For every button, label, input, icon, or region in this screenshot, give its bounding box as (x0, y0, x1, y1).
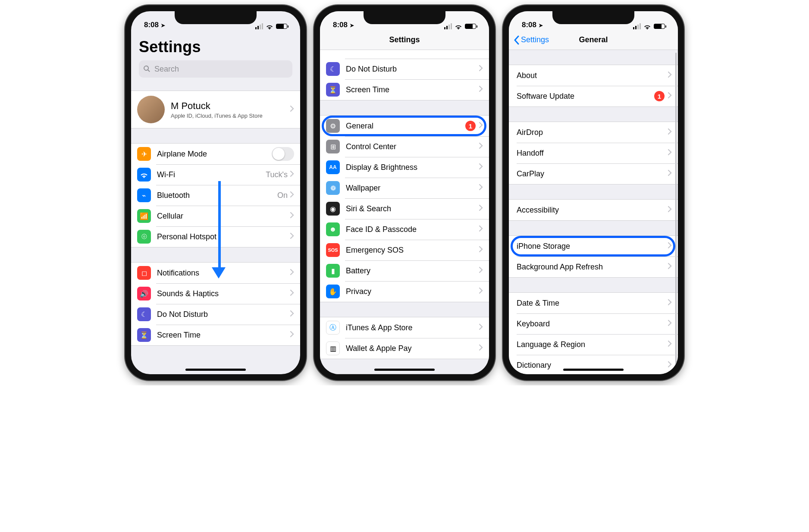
chevron-icon (290, 233, 294, 241)
sos-icon: SOS (326, 243, 340, 257)
chevron-icon (479, 267, 483, 275)
wifi-icon (643, 23, 651, 29)
chevron-icon (668, 341, 672, 349)
search-input[interactable]: Search (139, 60, 292, 78)
chevron-icon (668, 149, 672, 157)
hourglass-icon: ⏳ (137, 328, 151, 342)
row-itunes[interactable]: Ⓐ iTunes & App Store (320, 317, 489, 338)
chevron-icon (668, 320, 672, 328)
search-icon (143, 65, 151, 73)
row-privacy[interactable]: ✋ Privacy (320, 281, 489, 302)
row-airplane[interactable]: ✈︎ Airplane Mode (131, 144, 300, 164)
wifi-value: Tuck's (266, 170, 288, 179)
general-list[interactable]: About Software Update 1 AirDrop Handoff … (509, 50, 678, 374)
badge: 1 (654, 91, 665, 101)
battery-icon (276, 24, 287, 29)
profile-name: M Potuck (171, 100, 290, 112)
row-battery[interactable]: ▮ Battery (320, 260, 489, 281)
row-carplay[interactable]: CarPlay (509, 163, 678, 184)
row-hotspot[interactable]: ⦾ Personal Hotspot (131, 226, 300, 247)
hotspot-icon: ⦾ (137, 230, 151, 244)
chevron-icon (479, 225, 483, 234)
chevron-icon (668, 92, 672, 100)
profile-sub: Apple ID, iCloud, iTunes & App Store (171, 113, 290, 119)
chevron-icon (479, 163, 483, 172)
nav-bar: Settings (320, 30, 489, 50)
chevron-icon (668, 72, 672, 80)
row-about[interactable]: About (509, 65, 678, 86)
nav-bar: Settings General (509, 30, 678, 50)
search-placeholder: Search (154, 65, 179, 74)
row-faceid[interactable]: ☻ Face ID & Passcode (320, 219, 489, 240)
row-keyboard[interactable]: Keyboard (509, 313, 678, 334)
row-background-refresh[interactable]: Background App Refresh (509, 257, 678, 277)
row-wallpaper[interactable]: ❁ Wallpaper (320, 178, 489, 198)
home-indicator[interactable] (374, 369, 435, 371)
row-dictionary[interactable]: Dictionary (509, 355, 678, 374)
row-general[interactable]: ⚙︎ General 1 (320, 116, 489, 136)
chevron-icon (479, 246, 483, 254)
battery-setting-icon: ▮ (326, 264, 340, 278)
bluetooth-icon: ⌁ (137, 188, 151, 202)
settings-list[interactable]: M Potuck Apple ID, iCloud, iTunes & App … (131, 83, 300, 374)
privacy-icon: ✋ (326, 285, 340, 298)
row-iphone-storage[interactable]: iPhone Storage (509, 236, 678, 257)
chevron-icon (479, 288, 483, 296)
row-airdrop[interactable]: AirDrop (509, 122, 678, 143)
gear-icon: ⚙︎ (326, 119, 340, 133)
badge: 1 (465, 121, 476, 131)
row-control-center[interactable]: ⊞ Control Center (320, 136, 489, 157)
phone-frame-3: 8:08 ➤ Settings General About (503, 5, 684, 380)
row-wallet[interactable]: ▥ Wallet & Apple Pay (320, 338, 489, 359)
row-dnd[interactable]: ☾ Do Not Disturb (320, 59, 489, 79)
row-notifications[interactable]: ◻︎ Notifications (131, 263, 300, 283)
faceid-icon: ☻ (326, 222, 340, 236)
chevron-icon (479, 344, 483, 353)
row-language[interactable]: Language & Region (509, 334, 678, 355)
chevron-icon (290, 212, 294, 220)
row-wifi[interactable]: Wi-Fi Tuck's (131, 164, 300, 185)
row-handoff[interactable]: Handoff (509, 143, 678, 163)
row-sos[interactable]: SOS Emergency SOS (320, 240, 489, 260)
status-time: 8:08 (333, 21, 348, 29)
location-icon: ➤ (350, 22, 354, 28)
row-software-update[interactable]: Software Update 1 (509, 86, 678, 106)
chevron-icon (668, 299, 672, 307)
row-date-time[interactable]: Date & Time (509, 293, 678, 313)
appstore-icon: Ⓐ (326, 321, 340, 335)
settings-list[interactable]: ☾ Do Not Disturb ⏳ Screen Time ⚙︎ Genera… (320, 50, 489, 374)
back-button[interactable]: Settings (513, 30, 549, 50)
home-indicator[interactable] (563, 369, 624, 371)
signal-icon (444, 23, 452, 29)
chevron-icon (668, 170, 672, 178)
wifi-icon (455, 23, 462, 29)
location-icon: ➤ (539, 22, 543, 28)
row-screentime[interactable]: ⏳ Screen Time (131, 325, 300, 345)
row-dnd[interactable]: ☾ Do Not Disturb (131, 304, 300, 325)
row-screentime[interactable]: ⏳ Screen Time (320, 79, 489, 100)
chevron-icon (668, 242, 672, 250)
row-sounds[interactable]: 🔊 Sounds & Haptics (131, 283, 300, 304)
airplane-toggle[interactable] (272, 147, 294, 161)
chevron-icon (668, 206, 672, 214)
home-indicator[interactable] (185, 369, 246, 371)
profile-row[interactable]: M Potuck Apple ID, iCloud, iTunes & App … (131, 91, 300, 128)
notch (364, 11, 445, 24)
status-time: 8:08 (144, 21, 159, 29)
battery-icon (654, 24, 665, 29)
phone-frame-2: 8:08 ➤ Settings ☾ Do Not Disturb ⏳ Scr (314, 5, 495, 380)
wallet-icon: ▥ (326, 341, 340, 355)
chevron-icon (290, 310, 294, 319)
status-time: 8:08 (522, 21, 536, 29)
row-accessibility[interactable]: Accessibility (509, 200, 678, 220)
chevron-icon (290, 269, 294, 277)
row-bluetooth[interactable]: ⌁ Bluetooth On (131, 185, 300, 206)
chevron-icon (668, 128, 672, 137)
airplane-icon: ✈︎ (137, 147, 151, 161)
row-cellular[interactable]: 📶 Cellular (131, 206, 300, 226)
chevron-icon (668, 361, 672, 369)
chevron-icon (479, 143, 483, 151)
row-display[interactable]: AA Display & Brightness (320, 157, 489, 178)
chevron-icon (479, 205, 483, 213)
row-siri[interactable]: ◉ Siri & Search (320, 198, 489, 219)
